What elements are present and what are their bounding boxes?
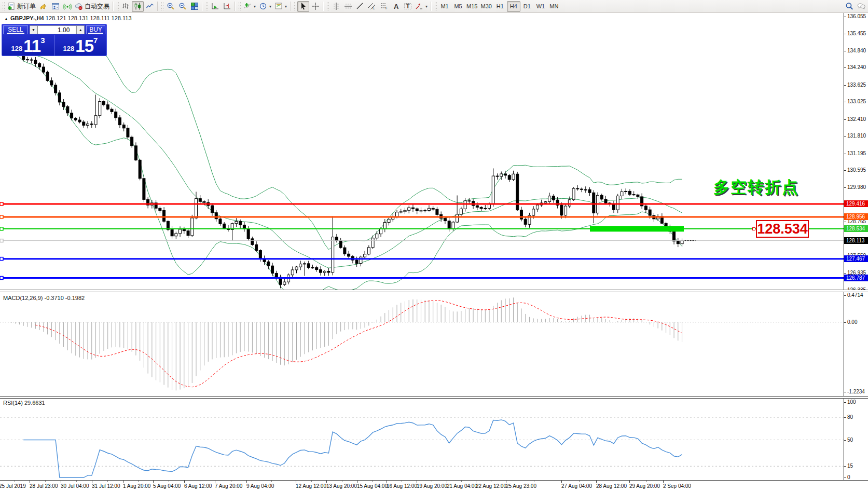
hline-button[interactable] bbox=[342, 1, 354, 12]
rsi-pane-separator[interactable] bbox=[0, 396, 868, 399]
hline-handle[interactable] bbox=[0, 257, 3, 261]
candle-chart-icon bbox=[134, 2, 142, 10]
chat-button[interactable] bbox=[855, 1, 867, 12]
volume-input[interactable]: 1.00 bbox=[37, 25, 76, 34]
macd-pane bbox=[0, 297, 844, 390]
alert-button[interactable] bbox=[37, 1, 49, 12]
zoom-out-icon bbox=[178, 2, 187, 10]
price-tick: 135.455 bbox=[847, 31, 866, 36]
crosshair-button[interactable] bbox=[309, 1, 321, 12]
templates-icon bbox=[274, 2, 283, 10]
trendline-button[interactable] bbox=[354, 1, 366, 12]
search-button[interactable] bbox=[843, 1, 855, 12]
bar-chart-button[interactable] bbox=[120, 1, 132, 12]
autotrade-button[interactable]: 自动交易 bbox=[73, 1, 111, 12]
indicators-button[interactable]: ▾ bbox=[242, 1, 257, 12]
tile-windows-button[interactable] bbox=[188, 1, 200, 12]
time-label: 15 Aug 04:00 bbox=[357, 483, 388, 489]
price-label-box[interactable]: 128.534 bbox=[756, 220, 809, 238]
zoom-out-button[interactable] bbox=[176, 1, 188, 12]
signals-icon bbox=[63, 2, 72, 10]
vline-button[interactable] bbox=[330, 1, 342, 12]
sell-price[interactable]: 128 11 3 bbox=[2, 35, 54, 56]
price-tick: 131.195 bbox=[847, 151, 866, 156]
zoom-in-button[interactable] bbox=[164, 1, 176, 12]
chart-canvas[interactable] bbox=[0, 0, 868, 491]
channel-button[interactable]: E bbox=[366, 1, 378, 12]
time-label: 28 Aug 12:00 bbox=[596, 483, 627, 489]
dropdown-caret-icon: ▾ bbox=[285, 4, 287, 9]
tf-h1-button[interactable]: H1 bbox=[493, 1, 507, 12]
cursor-button[interactable] bbox=[297, 1, 309, 12]
line-chart-button[interactable] bbox=[144, 1, 156, 12]
hline-handle[interactable] bbox=[0, 239, 3, 242]
buy-button-label: BUY bbox=[88, 26, 103, 34]
highlight-zone[interactable] bbox=[590, 226, 684, 231]
hline-handle[interactable] bbox=[0, 276, 3, 279]
tf-m5-button[interactable]: M5 bbox=[451, 1, 465, 12]
buy-price-big: 15 bbox=[75, 38, 93, 54]
chart-shift-icon bbox=[223, 2, 231, 10]
candle-chart-button[interactable] bbox=[132, 1, 144, 12]
chart-shift-button[interactable] bbox=[221, 1, 233, 12]
level-price-badge: 128.534 bbox=[844, 225, 868, 232]
candles bbox=[2, 44, 683, 288]
fibo-button[interactable]: F bbox=[378, 1, 390, 12]
buy-price[interactable]: 128 15 7 bbox=[54, 35, 106, 56]
tf-m1-button[interactable]: M1 bbox=[438, 1, 451, 12]
new-order-button[interactable]: 新订单 bbox=[6, 1, 37, 12]
tf-d1-button-label: D1 bbox=[523, 3, 531, 9]
line-chart-icon bbox=[146, 2, 154, 10]
svg-text:A: A bbox=[394, 3, 399, 10]
arrows-button[interactable]: ▾ bbox=[414, 1, 429, 12]
dropdown-caret-icon: ▾ bbox=[425, 4, 428, 9]
signals-button[interactable] bbox=[61, 1, 73, 12]
trendline-icon bbox=[356, 2, 364, 10]
volume-increase-button[interactable]: ▲ bbox=[76, 25, 85, 34]
search-icon bbox=[845, 2, 853, 10]
tf-m5-button-label: M5 bbox=[454, 3, 462, 9]
hline-handle[interactable] bbox=[0, 202, 3, 206]
autotrade-icon bbox=[75, 2, 83, 10]
market-window-button[interactable] bbox=[49, 1, 61, 12]
current-price-badge: 128.113 bbox=[844, 237, 868, 244]
label-button[interactable]: T bbox=[402, 1, 414, 12]
toolbar-grip bbox=[294, 2, 296, 11]
hline-handle[interactable] bbox=[0, 227, 3, 230]
tf-h4-button[interactable]: H4 bbox=[507, 1, 520, 12]
time-label: 25 Jul 2019 bbox=[0, 483, 26, 489]
price-box-anchor[interactable] bbox=[752, 227, 755, 230]
svg-text:E: E bbox=[373, 6, 375, 10]
tf-w1-button[interactable]: W1 bbox=[534, 1, 547, 12]
hline-handle[interactable] bbox=[0, 215, 3, 219]
toolbar-separator bbox=[113, 2, 114, 11]
turning-point-annotation[interactable]: 多空转折点 bbox=[713, 176, 799, 198]
rsi-scale-tick: 100 bbox=[847, 399, 856, 405]
volume-decrease-button[interactable]: ▼ bbox=[30, 25, 38, 34]
toolbar-separator bbox=[431, 2, 432, 11]
tf-m30-button[interactable]: M30 bbox=[479, 1, 493, 12]
rsi-scale-tick: 15 bbox=[847, 463, 853, 469]
buy-button[interactable]: BUY bbox=[86, 25, 105, 34]
hline-icon bbox=[344, 2, 352, 10]
collapse-arrow-icon[interactable]: ▲ bbox=[4, 17, 8, 21]
tf-d1-button[interactable]: D1 bbox=[520, 1, 534, 12]
sell-button[interactable]: SELL bbox=[3, 25, 28, 34]
tf-m15-button[interactable]: M15 bbox=[465, 1, 479, 12]
sell-price-sup: 3 bbox=[40, 37, 45, 44]
macd-label: MACD(12,26,9) -0.3710 -0.1982 bbox=[3, 295, 85, 301]
sell-price-big: 11 bbox=[23, 38, 40, 54]
auto-scroll-button[interactable] bbox=[209, 1, 221, 12]
toolbar-grip bbox=[2, 2, 5, 11]
time-label: 1 Aug 20:00 bbox=[123, 483, 150, 489]
megaphone-icon bbox=[39, 2, 48, 10]
templates-button[interactable]: ▾ bbox=[273, 1, 288, 12]
tf-mn-button[interactable]: MN bbox=[547, 1, 561, 12]
dropdown-caret-icon: ▾ bbox=[269, 4, 271, 9]
text-button[interactable]: A bbox=[390, 1, 402, 12]
macd-pane-separator[interactable] bbox=[0, 290, 868, 292]
periods-button[interactable]: ▾ bbox=[257, 1, 273, 12]
toolbar-separator bbox=[290, 2, 291, 11]
price-scale[interactable]: 136.055135.455134.840134.240133.625133.0… bbox=[844, 13, 868, 480]
time-axis[interactable]: 25 Jul 201928 Jul 23:0030 Jul 04:0031 Ju… bbox=[0, 481, 868, 491]
